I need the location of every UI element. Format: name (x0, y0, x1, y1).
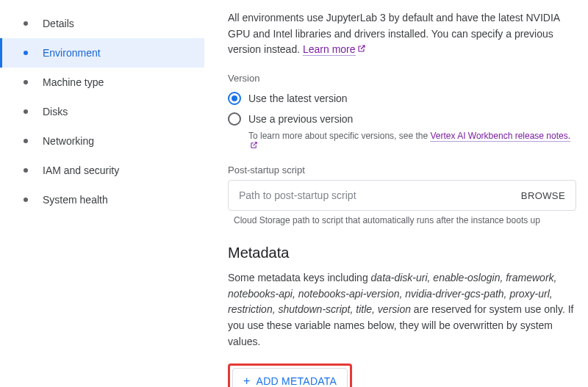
sidebar-item-system-health[interactable]: System health (0, 185, 204, 214)
radio-unselected-icon (228, 112, 241, 126)
sidebar-item-label: Disks (43, 106, 68, 117)
post-startup-helper: Cloud Storage path to script that automa… (234, 215, 576, 225)
sidebar-item-machine-type[interactable]: Machine type (0, 68, 204, 97)
external-link-icon (250, 141, 258, 151)
version-help: To learn more about specific versions, s… (248, 131, 576, 151)
metadata-description: Some metadata keys including data-disk-u… (228, 270, 576, 350)
radio-previous-version[interactable]: Use a previous version (228, 109, 576, 129)
post-startup-section: Post-startup script Path to post-startup… (228, 164, 576, 225)
add-metadata-button[interactable]: + ADD METADATA (232, 368, 348, 388)
post-startup-script-input[interactable]: Path to post-startup script BROWSE (228, 180, 576, 211)
bullet-icon (24, 139, 28, 143)
main-content: All environments use JupyterLab 3 by def… (204, 0, 588, 387)
bullet-icon (24, 80, 28, 84)
sidebar-item-label: Details (43, 18, 74, 29)
highlight-annotation: + ADD METADATA (228, 364, 352, 388)
bullet-icon (24, 21, 28, 26)
sidebar-item-iam-security[interactable]: IAM and security (0, 156, 204, 185)
sidebar-item-label: System health (43, 194, 108, 206)
bullet-icon (24, 168, 28, 173)
bullet-icon (24, 109, 28, 114)
intro-text: All environments use JupyterLab 3 by def… (228, 10, 576, 58)
sidebar-item-label: Machine type (43, 76, 104, 88)
sidebar-item-disks[interactable]: Disks (0, 97, 204, 126)
input-placeholder: Path to post-startup script (239, 189, 521, 201)
sidebar-item-networking[interactable]: Networking (0, 126, 204, 156)
plus-icon: + (243, 375, 251, 388)
version-label: Version (228, 73, 576, 84)
release-notes-link[interactable]: Vertex AI Workbench release notes. (430, 131, 570, 142)
learn-more-link[interactable]: Learn more (303, 43, 356, 56)
browse-button[interactable]: BROWSE (521, 190, 565, 201)
bullet-icon (24, 198, 28, 202)
sidebar-item-label: IAM and security (43, 164, 119, 176)
sidebar: Details Environment Machine type Disks N… (0, 0, 204, 387)
bullet-icon (24, 51, 28, 55)
sidebar-item-environment[interactable]: Environment (0, 38, 204, 68)
radio-latest-version[interactable]: Use the latest version (228, 88, 576, 109)
sidebar-item-details[interactable]: Details (0, 9, 204, 38)
sidebar-item-label: Networking (43, 135, 94, 147)
post-startup-label: Post-startup script (228, 164, 576, 176)
radio-selected-icon (228, 92, 241, 105)
button-row: + ADD METADATA CONTINUE (228, 364, 576, 388)
version-section: Version Use the latest version Use a pre… (228, 73, 576, 151)
sidebar-item-label: Environment (43, 47, 101, 59)
metadata-heading: Metadata (228, 245, 576, 261)
external-link-icon (357, 44, 366, 57)
